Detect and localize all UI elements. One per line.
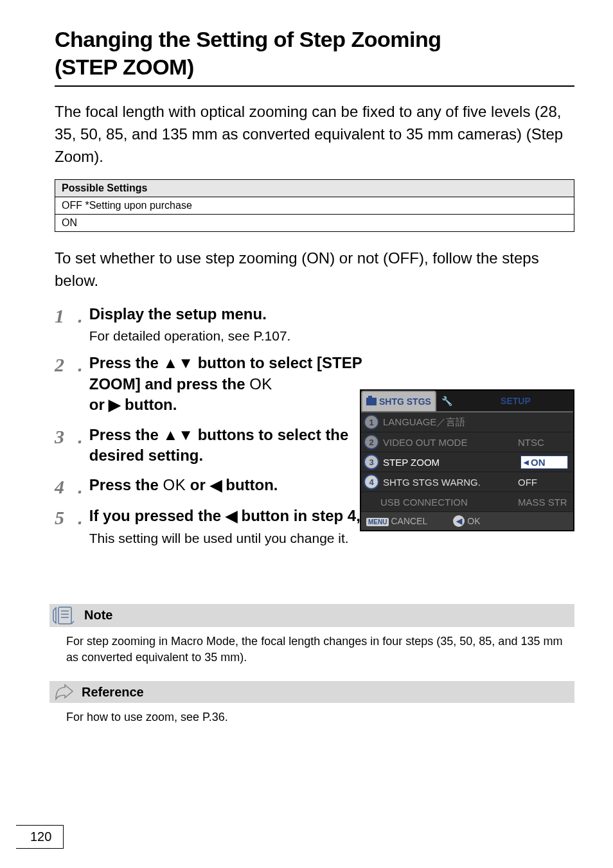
- row-value-selected: ◀ON: [520, 456, 568, 469]
- lcd-row: 4 SHTG STGS WARNG. OFF: [361, 472, 573, 492]
- step-main: Press the OK or ◀ button.: [89, 475, 366, 495]
- right-icon: ▶: [109, 396, 120, 413]
- row-label: USB CONNECTION: [380, 497, 518, 508]
- note-icon: [52, 605, 79, 626]
- note-callout: Note For step zooming in Macro Mode, the…: [55, 604, 574, 732]
- camera-icon: [366, 398, 377, 405]
- note-body: For step zooming in Macro Mode, the foca…: [55, 627, 574, 681]
- step-1: 1. Display the setup menu. For detailed …: [55, 304, 574, 344]
- updown-icon: ▲▼: [163, 426, 194, 443]
- page-number: 120: [16, 825, 64, 849]
- step-number: 2: [55, 353, 78, 375]
- svg-rect-0: [58, 607, 71, 624]
- lcd-row: USB CONNECTION MASS STR: [361, 492, 573, 512]
- step-main: Press the ▲▼ buttons to select the desir…: [89, 425, 366, 466]
- lcd-footer: MENUCANCEL ◀OK: [361, 512, 573, 530]
- footer-ok: ◀OK: [453, 515, 480, 527]
- lcd-tab-shtg: SHTG STGS: [361, 391, 436, 411]
- settings-row: ON: [55, 215, 574, 232]
- footer-cancel: MENUCANCEL: [366, 516, 427, 526]
- row-value: OFF: [518, 477, 568, 488]
- step-number: 4: [55, 475, 78, 497]
- row-label: STEP ZOOM: [383, 457, 520, 468]
- left-caret-badge-icon: ◀: [453, 515, 465, 527]
- step-number: 3: [55, 425, 78, 447]
- row-number-badge: 2: [364, 434, 379, 450]
- row-label: SHTG STGS WARNG.: [383, 477, 518, 488]
- row-number-badge: 1: [364, 414, 379, 430]
- lcd-row: 1 LANGUAGE／言語: [361, 412, 573, 432]
- step-number: 1: [55, 304, 78, 326]
- title-line-2: (STEP ZOOM): [55, 55, 194, 79]
- left-icon: ◀: [226, 507, 237, 524]
- row-value: MASS STR: [518, 497, 568, 508]
- row-number-badge: 4: [364, 474, 379, 490]
- left-icon: ◀: [210, 476, 222, 493]
- row-number-badge: 3: [364, 454, 379, 470]
- wrench-icon: [436, 391, 458, 411]
- lcd-row: 2 VIDEO OUT MODE NTSC: [361, 432, 573, 452]
- title-divider: [55, 85, 574, 87]
- row-label: VIDEO OUT MODE: [383, 437, 518, 448]
- lcd-row-active: 3 STEP ZOOM ◀ON: [361, 452, 573, 472]
- left-caret-icon: ◀: [524, 459, 529, 466]
- reference-label: Reference: [82, 685, 144, 700]
- row-label: LANGUAGE／言語: [383, 416, 518, 429]
- updown-icon: ▲▼: [163, 354, 194, 371]
- intro-paragraph: The focal length with optical zooming ca…: [55, 101, 574, 168]
- step-sub: For detailed operation, see P.107.: [89, 328, 574, 344]
- section-title: Changing the Setting of Step Zooming (ST…: [55, 26, 574, 80]
- lcd-tabs: SHTG STGS SETUP: [361, 391, 573, 411]
- reference-body: For how to use zoom, see P.36.: [55, 703, 574, 732]
- reference-icon: [52, 682, 78, 702]
- step-main: Press the ▲▼ button to select [STEP ZOOM…: [89, 353, 366, 415]
- possible-settings-table: Possible Settings OFF *Setting upon purc…: [55, 179, 574, 232]
- lead-paragraph-2: To set whether to use step zooming (ON) …: [55, 247, 574, 292]
- step-sub: This setting will be used until you chan…: [89, 531, 574, 546]
- step-number: 5: [55, 506, 78, 527]
- settings-header: Possible Settings: [55, 180, 574, 197]
- lcd-tab-setup: SETUP: [458, 391, 573, 411]
- step-main: Display the setup menu.: [89, 304, 574, 324]
- menu-badge-icon: MENU: [366, 518, 389, 526]
- settings-row: OFF *Setting upon purchase: [55, 197, 574, 215]
- ok-label: OK: [249, 375, 272, 393]
- lcd-preview: SHTG STGS SETUP 1 LANGUAGE／言語 2 VIDEO OU…: [360, 389, 574, 531]
- note-label: Note: [84, 608, 112, 623]
- lcd-rows: 1 LANGUAGE／言語 2 VIDEO OUT MODE NTSC 3 ST…: [361, 411, 573, 512]
- ok-label: OK: [163, 476, 186, 493]
- reference-header: Reference: [49, 681, 574, 703]
- title-line-1: Changing the Setting of Step Zooming: [55, 27, 441, 51]
- note-header: Note: [49, 604, 574, 627]
- row-value: NTSC: [518, 437, 568, 448]
